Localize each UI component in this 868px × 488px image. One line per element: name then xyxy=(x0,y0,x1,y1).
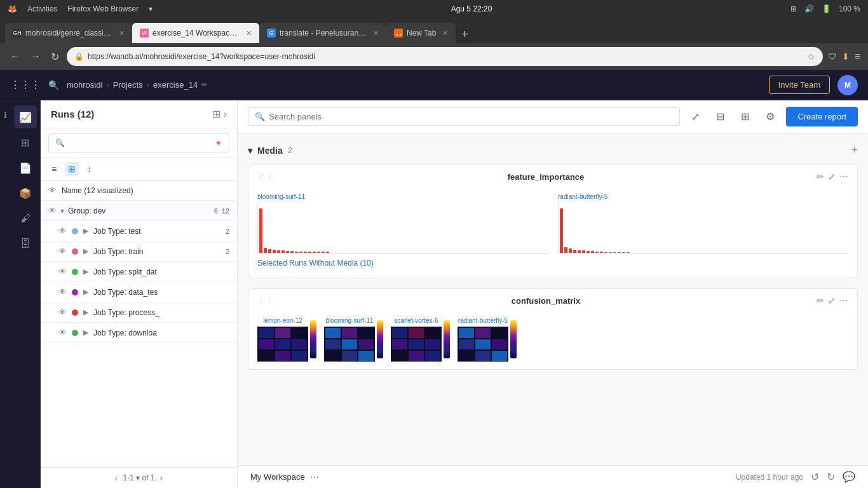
list-item[interactable]: 👁 ▶ Job Type: test 2 xyxy=(41,221,237,241)
group-row-dev[interactable]: 👁 ▾ Group: dev 6 12 xyxy=(41,201,237,221)
url-container[interactable]: 🔒 https://wandb.ai/mohrosidi/exercise_14… xyxy=(67,47,823,66)
runs-name-header: Name (12 visualized) xyxy=(62,186,229,195)
expand-panel-icon[interactable]: ⤢ xyxy=(828,172,836,182)
eye-icon-train[interactable]: 👁 xyxy=(58,247,67,256)
colorbar-2 xyxy=(377,320,383,358)
eye-icon[interactable]: 👁 xyxy=(48,186,57,195)
group-expand-arrow[interactable]: ▾ xyxy=(60,207,64,215)
firefox-logo[interactable]: 🦊 xyxy=(8,4,17,13)
tab-close-translate[interactable]: ✕ xyxy=(373,29,379,37)
bar-chart-1 xyxy=(257,203,548,254)
svg-rect-34 xyxy=(459,339,474,349)
browser-label[interactable]: Firefox Web Browser xyxy=(67,4,139,13)
eye-icon-process[interactable]: 👁 xyxy=(58,308,67,317)
tab-close-wandb[interactable]: ✕ xyxy=(246,29,252,37)
breadcrumb-user[interactable]: mohrosidi xyxy=(67,80,102,90)
reload-button[interactable]: ↻ xyxy=(48,48,62,65)
drag-handle-cm[interactable]: ⋮⋮ xyxy=(257,297,275,305)
expand-arrow-data[interactable]: ▶ xyxy=(83,288,88,296)
search-panels-input[interactable] xyxy=(269,112,673,121)
tab-wandb[interactable]: W exercise_14 Workspace -... ✕ xyxy=(132,23,259,43)
tab-close-newtab[interactable]: ✕ xyxy=(442,29,448,37)
grid-icon[interactable]: ⊞ xyxy=(736,108,754,125)
add-panel-button[interactable]: + xyxy=(851,144,858,157)
chat-icon[interactable]: 💬 xyxy=(843,471,855,483)
expand-arrow-train[interactable]: ▶ xyxy=(83,247,88,255)
no-media-link[interactable]: Selected Runs Without Media (10) xyxy=(257,254,848,270)
edit-panel-icon[interactable]: ✏ xyxy=(817,172,824,182)
edit-icon[interactable]: ✏ xyxy=(201,81,207,89)
job-label-train: Job Type: train xyxy=(93,247,220,256)
filter-icon[interactable]: ✦ xyxy=(215,138,222,148)
expand-cm-icon[interactable]: ⤢ xyxy=(828,295,836,306)
page-prev[interactable]: ‹ xyxy=(115,473,118,483)
eye-icon-download[interactable]: 👁 xyxy=(58,328,67,337)
eye-icon-test[interactable]: 👁 xyxy=(58,226,67,236)
eye-icon-split[interactable]: 👁 xyxy=(58,267,67,276)
run-dot-test xyxy=(72,228,78,234)
download-icon[interactable]: ⬇ xyxy=(842,51,850,62)
more-cm-icon[interactable]: ⋯ xyxy=(839,295,848,306)
apps-grid-icon[interactable]: ⋮⋮⋮ xyxy=(10,79,41,91)
drag-handle[interactable]: ⋮⋮ xyxy=(257,173,275,181)
expand-arrow-download[interactable]: ▶ xyxy=(83,329,88,337)
sidebar-icon-database[interactable]: 🗄 xyxy=(14,233,37,255)
run-dot-split xyxy=(72,269,78,275)
settings-icon[interactable]: ⚙ xyxy=(761,108,780,125)
invite-team-button[interactable]: Invite Team xyxy=(769,76,830,94)
back-button[interactable]: ← xyxy=(8,48,23,65)
undo-icon[interactable]: ↺ xyxy=(811,471,819,483)
sidebar-icon-brush[interactable]: 🖌 xyxy=(14,207,37,230)
search-panels-container[interactable]: 🔍 xyxy=(248,107,680,126)
user-avatar[interactable]: M xyxy=(837,75,858,95)
new-tab-button[interactable]: + xyxy=(456,25,473,43)
redo-icon[interactable]: ↻ xyxy=(827,471,835,483)
expand-arrow-process[interactable]: ▶ xyxy=(83,308,88,316)
tab-translate[interactable]: G translate - Penelusuran G... ✕ xyxy=(259,23,386,43)
list-item[interactable]: 👁 ▶ Job Type: process_ xyxy=(41,302,237,323)
tab-newtab[interactable]: 🦊 New Tab ✕ xyxy=(386,23,456,43)
expand-arrow-split[interactable]: ▶ xyxy=(83,268,88,276)
runs-search-input[interactable]: 🔍 ✦ xyxy=(48,133,229,152)
list-item[interactable]: 👁 ▶ Job Type: split_dat xyxy=(41,262,237,282)
activities-label[interactable]: Activities xyxy=(27,4,57,13)
list-item[interactable]: 👁 ▶ Job Type: data_tes xyxy=(41,282,237,302)
eye-icon-data[interactable]: 👁 xyxy=(58,287,67,297)
edit-cm-icon[interactable]: ✏ xyxy=(817,295,824,306)
page-next[interactable]: › xyxy=(160,473,163,483)
tab-github[interactable]: GH mohrosidi/genre_classifi... ✕ xyxy=(5,23,132,43)
section-collapse-icon[interactable]: ▾ xyxy=(248,146,252,156)
breadcrumb-exercise[interactable]: exercise_14 xyxy=(153,80,198,90)
eye-icon-group[interactable]: 👁 xyxy=(48,206,57,215)
tab-label-github: mohrosidi/genre_classifi... xyxy=(25,29,112,37)
list-item[interactable]: 👁 ▶ Job Type: train 2 xyxy=(41,241,237,262)
runs-view-icon[interactable]: ⊞ › xyxy=(212,108,227,120)
list-item[interactable]: 👁 ▶ Job Type: downloa xyxy=(41,323,237,343)
bookmark-icon[interactable]: ☆ xyxy=(807,51,815,62)
expand-arrow-test[interactable]: ▶ xyxy=(83,227,88,235)
sidebar-icon-chart[interactable]: 📈 xyxy=(14,105,37,128)
sidebar-icon-artifacts[interactable]: 📦 xyxy=(14,182,37,205)
cm-chart-4: radiant-butterfly-5 xyxy=(458,317,508,362)
media-section-title[interactable]: ▾ Media 2 xyxy=(248,146,292,156)
browser-dropdown-icon[interactable]: ▾ xyxy=(149,4,153,13)
more-options-icon[interactable]: ⋯ xyxy=(839,172,848,182)
group-view-button[interactable]: ⊞ xyxy=(65,162,79,176)
forward-button[interactable]: → xyxy=(28,48,43,65)
menu-icon[interactable]: ≡ xyxy=(855,51,860,62)
workspace-menu-icon[interactable]: ⋯ xyxy=(310,472,319,482)
create-report-button[interactable]: Create report xyxy=(786,107,858,126)
search-icon-top[interactable]: 🔍 xyxy=(48,80,59,90)
filter-button[interactable]: ≡ xyxy=(48,162,60,176)
app-topbar: ⋮⋮⋮ 🔍 mohrosidi › Projects › exercise_14… xyxy=(0,70,868,100)
fullscreen-icon[interactable]: ⤢ xyxy=(686,108,705,125)
page-dropdown[interactable]: ▾ xyxy=(136,473,140,482)
sort-button[interactable]: ↕ xyxy=(84,162,95,176)
cm-item-2: blooming-surf-11 xyxy=(324,317,383,362)
tab-close-github[interactable]: ✕ xyxy=(119,29,125,37)
info-icon[interactable]: ℹ xyxy=(4,111,7,120)
sidebar-icon-document[interactable]: 📄 xyxy=(14,156,37,179)
layout-icon[interactable]: ⊟ xyxy=(711,108,729,125)
sidebar-icon-grid[interactable]: ⊞ xyxy=(14,131,37,154)
breadcrumb-projects[interactable]: Projects xyxy=(113,80,143,90)
